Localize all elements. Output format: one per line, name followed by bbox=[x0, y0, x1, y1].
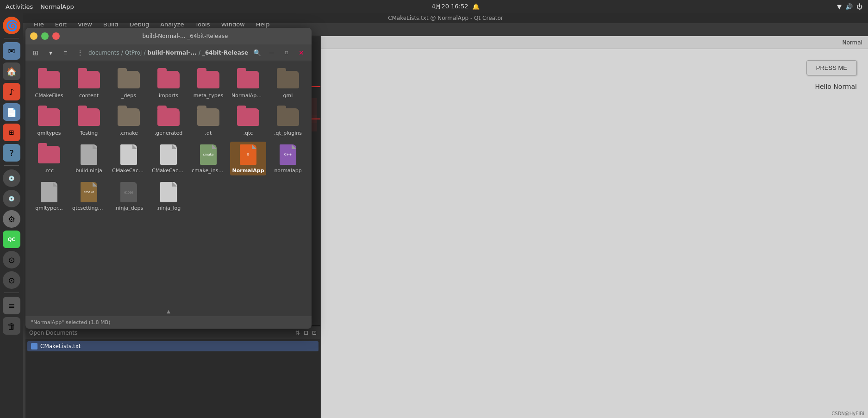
docs-sort-icon[interactable]: ⇅ bbox=[295, 330, 300, 336]
qtcsettings-label: qtcsettings.cmake bbox=[72, 205, 106, 211]
home-icon[interactable]: 🏠 bbox=[3, 62, 20, 80]
fm-close-btn[interactable]: ✕ bbox=[295, 46, 308, 59]
file-item-cmakefiles[interactable]: CMakeFiles bbox=[31, 67, 67, 100]
docs-list: CMakeLists.txt bbox=[25, 339, 320, 353]
file-item-cmake-cache-prev[interactable]: CMakeCache.txt.prev bbox=[150, 142, 187, 175]
file-item-cmake-install[interactable]: cmake cmake_install.cmake bbox=[190, 142, 226, 175]
file-item-content[interactable]: content bbox=[71, 67, 107, 100]
file-item-normalapp-exe[interactable]: ⚙ NormalApp bbox=[230, 142, 266, 175]
breadcrumb-qtproj[interactable]: QtProj bbox=[125, 50, 142, 56]
help-icon[interactable]: ? bbox=[3, 144, 20, 162]
breadcrumb-build[interactable]: build-Normal-... bbox=[147, 50, 197, 56]
exe-file-icon: ⚙ bbox=[240, 144, 256, 165]
file-item-ninja-deps[interactable]: 01010 .ninja_deps bbox=[111, 179, 147, 213]
app-name-label[interactable]: NormalApp bbox=[40, 3, 74, 10]
file-item-ninja-log[interactable]: .ninja_log bbox=[150, 179, 187, 213]
maximize-button[interactable] bbox=[41, 32, 49, 40]
preview-content: PRESS ME Hello Normal bbox=[321, 49, 868, 418]
fm-content: CMakeFiles content _deps imports meta_ty… bbox=[25, 61, 312, 307]
deps-label: _deps bbox=[121, 93, 136, 99]
fm-list-view-btn[interactable]: ≡ bbox=[59, 46, 72, 59]
ninja-deps-label: .ninja_deps bbox=[114, 205, 143, 211]
settings-icon[interactable]: ⚙ bbox=[3, 210, 20, 228]
ninja-log-file-icon bbox=[160, 182, 177, 202]
file-item-qmltyper[interactable]: qmltyper... bbox=[31, 179, 67, 213]
folder-pink-icon3 bbox=[157, 71, 180, 88]
fm-search-btn[interactable]: 🔍 bbox=[250, 46, 263, 59]
qmltyper-icon bbox=[38, 181, 60, 203]
folder-gray-icon3 bbox=[197, 108, 219, 126]
list-icon[interactable]: ≡ bbox=[3, 297, 20, 314]
activities-label[interactable]: Activities bbox=[6, 3, 33, 10]
fm-title: build-Normal-... _64bit-Release bbox=[63, 33, 307, 39]
file-item-normalapp-bin[interactable]: C++ normalapp bbox=[270, 142, 306, 175]
trash-icon[interactable]: 🗑 bbox=[3, 317, 20, 335]
fm-status: "NormalApp" selected (1.8 MB) bbox=[25, 316, 312, 329]
file-item-cmake-cache[interactable]: CMakeCache.txt bbox=[111, 142, 147, 175]
testing-label: Testing bbox=[80, 130, 98, 136]
breadcrumb-documents[interactable]: documents bbox=[88, 50, 119, 56]
bell-icon[interactable]: 🔔 bbox=[472, 3, 480, 10]
fm-dropdown-btn[interactable]: ▾ bbox=[44, 46, 57, 59]
folder-pink-icon9 bbox=[237, 108, 259, 126]
file-item-normalapp-autogen[interactable]: NormalApp_autogen bbox=[230, 67, 266, 100]
normalapp-exe-label: NormalApp bbox=[232, 168, 264, 174]
fm-titlebar: build-Normal-... _64bit-Release bbox=[25, 28, 312, 44]
cmake-cache-prev-icon bbox=[157, 143, 180, 166]
preview-label: Normal bbox=[843, 39, 862, 46]
file-item-qml[interactable]: qml bbox=[270, 67, 306, 100]
fm-restore-btn[interactable]: □ bbox=[280, 46, 293, 59]
open-documents-panel: Open Documents ⇅ ⊟ ⊡ CMakeLists.txt bbox=[25, 325, 320, 418]
breadcrumb-release[interactable]: _64bit-Release bbox=[202, 50, 248, 56]
music-icon[interactable]: ♪ bbox=[3, 83, 20, 100]
docs-item-label: CMakeLists.txt bbox=[40, 343, 81, 349]
cmakefiles-icon bbox=[38, 69, 60, 91]
docs-expand-icon[interactable]: ⊡ bbox=[312, 330, 317, 336]
file-item-qt[interactable]: .qt bbox=[190, 104, 226, 138]
cmake-install-icon: cmake bbox=[197, 143, 219, 166]
qmltyper-file-icon bbox=[41, 182, 57, 202]
qtcsettings-icon: cmake bbox=[78, 181, 100, 203]
qml-label: qml bbox=[283, 93, 293, 99]
qt-title: CMakeLists.txt @ NormalApp - Qt Creator bbox=[388, 15, 503, 21]
file-item-rcc[interactable]: .rcc bbox=[31, 142, 67, 175]
file-item-qmltypes[interactable]: qmltypes bbox=[31, 104, 67, 138]
camera-icon[interactable]: ⊙ bbox=[3, 251, 20, 268]
fm-menu-btn[interactable]: ⋮ bbox=[74, 46, 87, 59]
file-item-cmake[interactable]: .cmake bbox=[111, 104, 147, 138]
hello-text: Hello Normal bbox=[815, 83, 857, 90]
ubuntu-icon[interactable]: 🌀 bbox=[3, 17, 20, 34]
file-item-deps[interactable]: _deps bbox=[111, 67, 147, 100]
file-item-build-ninja[interactable]: build.ninja bbox=[71, 142, 107, 175]
cmake-cache-label: CMakeCache.txt bbox=[112, 168, 145, 174]
disk2-icon[interactable]: 💿 bbox=[3, 190, 20, 207]
files-icon[interactable]: 📄 bbox=[3, 103, 20, 121]
minimize-button[interactable] bbox=[30, 32, 37, 40]
qmltypes-icon bbox=[38, 106, 60, 128]
normalapp-autogen-label: NormalApp_autogen bbox=[231, 93, 265, 99]
file-item-testing[interactable]: Testing bbox=[71, 104, 107, 138]
file-item-imports[interactable]: imports bbox=[150, 67, 187, 100]
system-bar: Activities NormalApp 4月20 16:52 🔔 ▼ 🔊 ⏻ bbox=[0, 0, 868, 13]
fm-grid-view-btn[interactable]: ⊞ bbox=[29, 46, 42, 59]
apps-icon[interactable]: ⊞ bbox=[3, 124, 20, 141]
file-item-qt-plugins[interactable]: .qt_plugins bbox=[270, 104, 306, 138]
press-me-button[interactable]: PRESS ME bbox=[806, 60, 857, 75]
file-item-meta-types[interactable]: meta_types bbox=[190, 67, 226, 100]
content-label: content bbox=[79, 93, 99, 99]
docs-item-cmakelists[interactable]: CMakeLists.txt bbox=[27, 341, 318, 351]
file-item-generated[interactable]: .generated bbox=[150, 104, 187, 138]
deps-icon bbox=[118, 69, 140, 91]
file-item-qtc[interactable]: .qtc bbox=[230, 104, 266, 138]
fm-minimize-btn[interactable]: — bbox=[265, 46, 278, 59]
ninja-log-icon bbox=[157, 181, 180, 203]
disk-icon[interactable]: 💿 bbox=[3, 169, 20, 187]
docs-split-icon[interactable]: ⊟ bbox=[304, 330, 308, 336]
qt-title-bar: CMakeLists.txt @ NormalApp - Qt Creator bbox=[23, 13, 868, 23]
generic-file-icon3 bbox=[160, 144, 177, 165]
mail-icon[interactable]: ✉ bbox=[3, 42, 20, 60]
qt-creator-icon[interactable]: QC bbox=[3, 231, 20, 248]
close-button[interactable] bbox=[52, 32, 60, 40]
file-item-qtcsettings[interactable]: cmake qtcsettings.cmake bbox=[71, 179, 107, 213]
camera2-icon[interactable]: ⊙ bbox=[3, 271, 20, 289]
